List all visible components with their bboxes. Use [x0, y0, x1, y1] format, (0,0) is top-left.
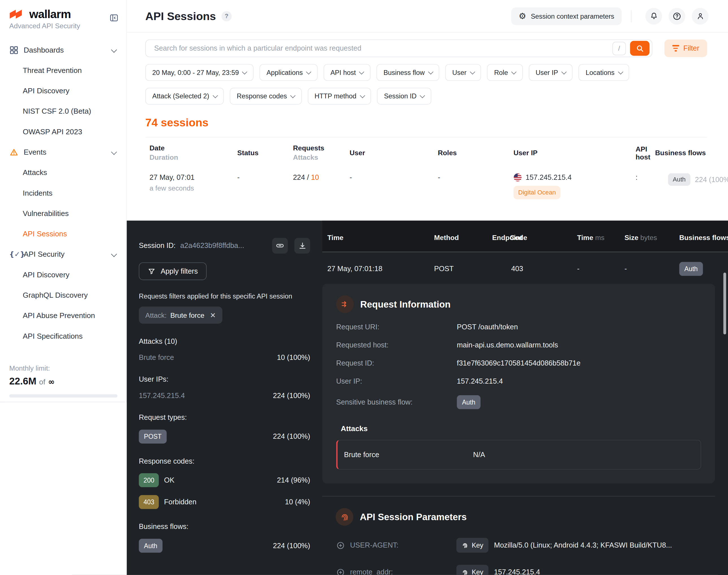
session-table-row[interactable]: 27 May, 07:01 a few seconds - 224 / 10 -… — [145, 161, 707, 199]
sidebar-item-api-sessions[interactable]: API Sessions — [0, 224, 126, 244]
sidebar-item-api-discovery[interactable]: API Discovery — [0, 81, 126, 101]
request-row[interactable]: 27 May, 07:01:18 POST 403 - - Auth — [322, 252, 728, 276]
sidebar-item-owasp-api[interactable]: OWASP API 2023 — [0, 122, 126, 142]
col-requests: Requests — [293, 144, 350, 152]
filter-chip-http-method[interactable]: HTTP method — [308, 88, 371, 105]
filter-chip-response-codes[interactable]: Response codes — [230, 88, 302, 105]
sidebar-item-label: API Discovery — [23, 271, 70, 279]
col-api-host-line1: API — [635, 145, 655, 153]
sensitive-flow-label: Sensitive business flow: — [336, 398, 457, 407]
session-id-value[interactable]: a2a4623b9f8ffdba... — [180, 241, 244, 250]
search-input[interactable] — [153, 43, 613, 53]
request-attack-row[interactable]: Brute force N/A — [336, 440, 701, 470]
request-id-value: f31e7f63069c170581454d086b58b71e — [457, 359, 701, 368]
filter-chip-applications[interactable]: Applications — [259, 64, 317, 81]
col-api-host: API host — [635, 145, 655, 161]
req-col-size: Size bytes — [625, 234, 680, 241]
attack-type[interactable]: Brute force — [139, 353, 174, 362]
scrollbar-thumb[interactable] — [724, 272, 726, 334]
col-requests-attacks[interactable]: Requests Attacks — [293, 144, 350, 161]
sidebar-item-events[interactable]: Events — [0, 142, 126, 163]
filter-chip-date-range[interactable]: 20 May, 0:00 - 27 May, 23:59 — [145, 64, 253, 81]
account-button[interactable] — [692, 8, 708, 24]
close-icon[interactable]: ✕ — [210, 311, 216, 319]
warning-triangle-icon — [9, 147, 19, 157]
filter-button[interactable]: Filter — [664, 40, 707, 57]
flow-share: 224 (100%) — [695, 175, 728, 184]
key-badge[interactable]: Key — [456, 565, 488, 575]
filter-chip-label: User — [452, 69, 466, 76]
request-user-ip-row: User IP: 157.245.215.4 — [336, 377, 701, 385]
param-row-remote-addr: remote_addr: Key 157.245.215.4 — [322, 565, 728, 575]
sidebar-item-label: API Security — [24, 250, 65, 259]
filter-chip-user[interactable]: User — [445, 64, 481, 81]
sidebar-item-nist-csf[interactable]: NIST CSF 2.0 (Beta) — [0, 101, 126, 122]
filter-chip-business-flow[interactable]: Business flow — [376, 64, 439, 81]
download-icon — [298, 241, 307, 250]
plus-circle-icon[interactable] — [336, 568, 345, 575]
request-type-stat: 224 (100%) — [273, 432, 310, 441]
sidebar-item-label: NIST CSF 2.0 (Beta) — [23, 107, 91, 115]
req-col-method: Method — [434, 234, 492, 241]
monthly-limit-number: 22.6M — [9, 376, 36, 386]
chevron-down-icon — [561, 69, 566, 74]
filter-chip-session-id[interactable]: Session ID — [377, 88, 431, 105]
sidebar-item-threat-prevention[interactable]: Threat Prevention — [0, 61, 126, 81]
param-value: Mozilla/5.0 (Linux; Android 4.4.3; KFASW… — [494, 541, 672, 549]
sidebar-item-incidents[interactable]: Incidents — [0, 183, 126, 203]
key-badge[interactable]: Key — [456, 538, 488, 553]
chevron-down-icon — [242, 69, 247, 74]
session-duration: a few seconds — [149, 184, 237, 192]
sidebar-item-api-discovery-2[interactable]: API Discovery — [0, 265, 126, 285]
filter-chip-attack[interactable]: Attack (Selected 2) — [145, 88, 224, 105]
req-col-time2: Time — [577, 234, 593, 241]
sidebar-item-label: API Abuse Prevention — [23, 311, 95, 320]
wallarm-logo-icon — [9, 8, 25, 20]
sidebar-item-dashboards[interactable]: Dashboards — [0, 40, 126, 60]
col-date-duration[interactable]: Date Duration — [149, 144, 237, 161]
notifications-button[interactable] — [646, 8, 662, 24]
search-row: / Filter — [145, 40, 707, 57]
copy-link-button[interactable] — [272, 238, 288, 253]
attack-filter-chip[interactable]: Attack: Brute force ✕ — [139, 306, 222, 324]
filter-chip-api-host[interactable]: API host — [323, 64, 371, 81]
sidebar-subtitle: Advanced API Security — [0, 21, 126, 30]
sidebar-item-api-security[interactable]: {✓} API Security — [0, 244, 126, 265]
attacks-stat-row: Brute force 10 (100%) — [139, 353, 310, 362]
filter-chip-locations[interactable]: Locations — [579, 64, 629, 81]
session-user-ip[interactable]: 157.245.215.4 — [526, 173, 572, 182]
param-name: USER-AGENT: — [350, 541, 398, 549]
user-ip-stat-row: 157.245.215.4 224 (100%) — [139, 392, 310, 400]
status-200-stat: 214 (96%) — [277, 476, 310, 484]
title-help-icon[interactable]: ? — [221, 11, 232, 21]
requested-host-value: main-api.us.demo.wallarm.tools — [457, 341, 701, 349]
logo[interactable]: wallarm — [0, 0, 126, 21]
user-ip[interactable]: 157.245.215.4 — [139, 392, 185, 400]
sidebar-item-label: Incidents — [23, 189, 53, 198]
auth-badge: Auth — [139, 539, 162, 553]
page-title: API Sessions — [145, 10, 216, 23]
session-context-parameters-button[interactable]: ⚙ Session context parameters — [511, 7, 622, 25]
requests-count: 224 / — [293, 173, 309, 181]
filter-chip-role[interactable]: Role — [487, 64, 523, 81]
sidebar-item-vulnerabilities[interactable]: Vulnerabilities — [0, 204, 126, 224]
col-business-flows: Business flows — [655, 149, 707, 157]
search-button[interactable] — [630, 41, 650, 56]
sidebar-collapse-icon[interactable] — [109, 13, 119, 23]
status-403-stat: 10 (4%) — [285, 498, 310, 506]
apply-filters-button[interactable]: Apply filters — [139, 262, 207, 280]
plus-circle-icon[interactable] — [336, 541, 345, 549]
col-api-host-line2: host — [635, 153, 655, 161]
sidebar-item-api-abuse-prevention[interactable]: API Abuse Prevention — [0, 306, 126, 326]
filter-chip-user-ip[interactable]: User IP — [529, 64, 573, 81]
sidebar-item-api-specifications[interactable]: API Specifications — [0, 326, 126, 346]
attack-stat: 10 (100%) — [277, 353, 310, 362]
help-button[interactable] — [669, 8, 685, 24]
chevron-down-icon — [111, 251, 117, 257]
download-button[interactable] — [294, 238, 310, 253]
filter-chip-label: Applications — [267, 69, 303, 76]
cell-date: 27 May, 07:01 a few seconds — [149, 173, 237, 192]
status-403-name: Forbidden — [164, 498, 197, 506]
sidebar-item-attacks[interactable]: Attacks — [0, 163, 126, 183]
sidebar-item-graphql-discovery[interactable]: GraphQL Discovery — [0, 285, 126, 306]
